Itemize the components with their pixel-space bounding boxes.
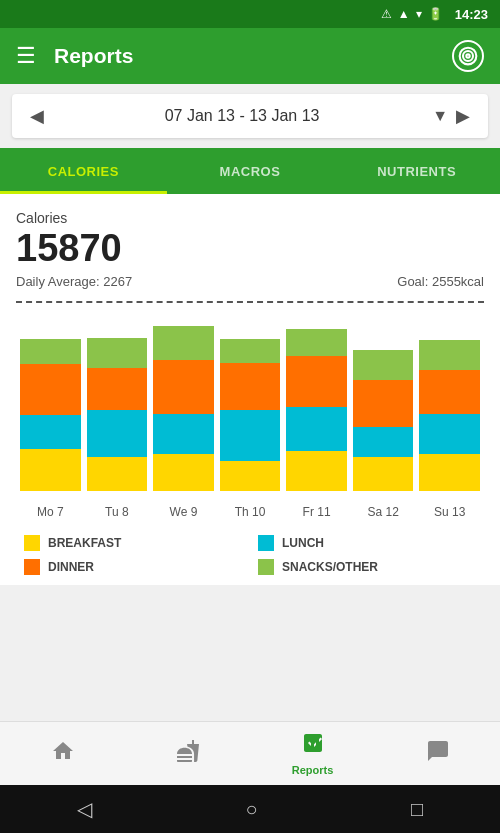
android-nav: ◁ ○ □	[0, 785, 500, 833]
bar-group	[286, 311, 347, 491]
goal-line	[16, 301, 484, 303]
reports-icon	[301, 731, 325, 761]
bar-segment	[419, 454, 480, 491]
calories-section-label: Calories	[16, 210, 484, 226]
menu-icon[interactable]: ☰	[16, 43, 36, 69]
legend-dinner: DINNER	[24, 559, 242, 575]
tab-calories[interactable]: CALORIES	[0, 148, 167, 194]
bar-segment	[153, 454, 214, 491]
bar-segment	[87, 457, 148, 491]
snacks-label: SNACKS/OTHER	[282, 560, 378, 574]
android-recent[interactable]: □	[411, 798, 423, 821]
bar-segment	[220, 461, 281, 491]
prev-date-button[interactable]: ◀	[22, 101, 52, 131]
battery-icon2: 🔋	[428, 7, 443, 21]
bar-segment	[87, 368, 148, 410]
page-title: Reports	[54, 44, 452, 68]
dinner-label: DINNER	[48, 560, 94, 574]
day-label: Su 13	[419, 505, 480, 519]
nav-food[interactable]	[125, 722, 250, 785]
status-icons: ⚠ ▲ ▾ 🔋 14:23	[381, 7, 488, 22]
legend: BREAKFAST LUNCH DINNER SNACKS/OTHER	[16, 535, 484, 575]
date-picker[interactable]: ◀ 07 Jan 13 - 13 Jan 13 ▼ ▶	[12, 94, 488, 138]
status-time: 14:23	[455, 7, 488, 22]
nav-reports[interactable]: Reports	[250, 722, 375, 785]
bar-segment	[220, 410, 281, 461]
bar-segment	[286, 356, 347, 407]
bar-segment	[353, 350, 414, 380]
food-icon	[176, 739, 200, 769]
svg-rect-4	[311, 741, 314, 749]
legend-snacks: SNACKS/OTHER	[258, 559, 476, 575]
bar-segment	[286, 451, 347, 491]
svg-rect-5	[316, 738, 319, 749]
date-dropdown-icon[interactable]: ▼	[432, 107, 448, 125]
breakfast-color	[24, 535, 40, 551]
header: ☰ Reports	[0, 28, 500, 84]
main-content: Calories 15870 Daily Average: 2267 Goal:…	[0, 194, 500, 585]
bar-segment	[153, 326, 214, 360]
bar-group	[20, 311, 81, 491]
bar-group	[87, 311, 148, 491]
reports-nav-label: Reports	[292, 764, 334, 776]
bar-segment	[20, 449, 81, 491]
bar-segment	[286, 407, 347, 451]
bar-segment	[20, 364, 81, 415]
android-back[interactable]: ◁	[77, 797, 92, 821]
bar-segment	[87, 338, 148, 368]
bar-segment	[419, 370, 480, 414]
bar-group	[220, 311, 281, 491]
bar-segment	[353, 457, 414, 491]
svg-point-2	[466, 54, 469, 57]
day-label: Mo 7	[20, 505, 81, 519]
day-label: We 9	[153, 505, 214, 519]
bar-group	[153, 311, 214, 491]
bar-segment	[153, 360, 214, 414]
tab-macros[interactable]: MACROS	[167, 148, 334, 194]
day-label: Tu 8	[87, 505, 148, 519]
day-labels: Mo 7Tu 8We 9Th 10Fr 11Sa 12Su 13	[16, 505, 484, 519]
more-icon	[426, 739, 450, 769]
legend-breakfast: BREAKFAST	[24, 535, 242, 551]
legend-lunch: LUNCH	[258, 535, 476, 551]
date-range-label: 07 Jan 13 - 13 Jan 13	[52, 107, 432, 125]
signal-icon: ▲	[398, 7, 410, 21]
status-bar: ⚠ ▲ ▾ 🔋 14:23	[0, 0, 500, 28]
bar-segment	[419, 340, 480, 370]
bar-segment	[87, 410, 148, 457]
bar-segment	[353, 427, 414, 457]
bar-group	[419, 311, 480, 491]
lunch-color	[258, 535, 274, 551]
nav-more[interactable]	[375, 722, 500, 785]
chart-area	[16, 301, 484, 501]
snacks-color	[258, 559, 274, 575]
battery-icon: ⚠	[381, 7, 392, 21]
goal-label: Goal: 2555kcal	[397, 274, 484, 289]
bars-container	[16, 301, 484, 491]
day-label: Sa 12	[353, 505, 414, 519]
breakfast-label: BREAKFAST	[48, 536, 121, 550]
next-date-button[interactable]: ▶	[448, 101, 478, 131]
bar-segment	[286, 329, 347, 356]
calories-total: 15870	[16, 228, 484, 270]
target-icon[interactable]	[452, 40, 484, 72]
bar-segment	[20, 339, 81, 364]
nav-home[interactable]	[0, 722, 125, 785]
calories-meta: Daily Average: 2267 Goal: 2555kcal	[16, 274, 484, 289]
home-icon	[51, 739, 75, 769]
bar-segment	[419, 414, 480, 454]
bar-group	[353, 311, 414, 491]
bottom-nav: Reports	[0, 721, 500, 785]
bar-segment	[220, 363, 281, 410]
tabs-container: CALORIES MACROS NUTRIENTS	[0, 148, 500, 194]
svg-rect-3	[306, 744, 309, 749]
android-home[interactable]: ○	[245, 798, 257, 821]
tab-nutrients[interactable]: NUTRIENTS	[333, 148, 500, 194]
day-label: Th 10	[220, 505, 281, 519]
day-label: Fr 11	[286, 505, 347, 519]
lunch-label: LUNCH	[282, 536, 324, 550]
bar-segment	[20, 415, 81, 449]
bar-segment	[220, 339, 281, 363]
wifi-icon: ▾	[416, 7, 422, 21]
bar-segment	[353, 380, 414, 427]
